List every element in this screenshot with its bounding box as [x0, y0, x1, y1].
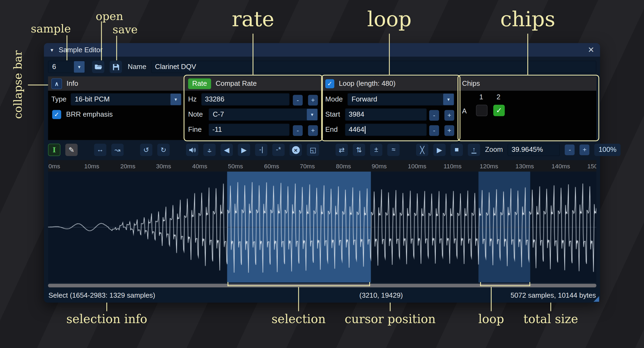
- normalize-button[interactable]: ↔↕: [203, 144, 216, 156]
- hz-label: Hz: [188, 95, 197, 103]
- select-tool-button[interactable]: I: [48, 144, 61, 156]
- save-icon: [112, 63, 119, 70]
- undo-button[interactable]: ↺: [140, 144, 152, 156]
- annotation-rate: rate: [232, 7, 274, 31]
- loop-mode-select[interactable]: Forward ▼: [348, 93, 454, 106]
- chevron-down-icon[interactable]: ▼: [171, 94, 181, 105]
- hz-plus-button[interactable]: +: [308, 95, 318, 105]
- window-collapse-icon[interactable]: ▼: [50, 47, 54, 52]
- time-ruler: 0ms 10ms 20ms 30ms 40ms 50ms 60ms 70ms 8…: [48, 160, 596, 172]
- trim-button[interactable]: ◱: [307, 144, 319, 156]
- resize-icon: ↔: [97, 146, 104, 154]
- loop-start-minus-button[interactable]: -: [429, 110, 439, 121]
- play-button[interactable]: ▶: [433, 144, 446, 156]
- note-label: Note: [188, 110, 203, 119]
- resample-icon: ↝: [115, 146, 120, 154]
- annotation-total-size: total size: [524, 312, 578, 326]
- annotation-selection-info: selection info: [66, 312, 147, 326]
- pencil-icon: ✎: [68, 146, 74, 154]
- zoom-in-button[interactable]: +: [580, 145, 589, 155]
- chips-section: Chips 1 2 A ✓: [459, 76, 596, 140]
- sample-number-select[interactable]: 6 ▼: [48, 61, 85, 73]
- note-value: C-7: [209, 110, 307, 119]
- zoom-reset-button[interactable]: 100%: [594, 144, 620, 156]
- rate-badge[interactable]: Rate: [188, 78, 211, 89]
- sign-button[interactable]: ±: [370, 144, 383, 156]
- invert-button[interactable]: ⇅: [353, 144, 365, 156]
- ruler-label: 70ms: [300, 163, 315, 170]
- draw-tool-button[interactable]: ✎: [65, 144, 78, 156]
- fade-out-button[interactable]: ▶: [238, 144, 250, 156]
- plus-minus-icon: ±: [374, 146, 378, 154]
- chip-a1-checkbox[interactable]: [476, 105, 487, 116]
- annotation-loop-marker: loop: [478, 312, 504, 326]
- fine-plus-button[interactable]: +: [308, 125, 318, 136]
- text-caret: [365, 126, 365, 134]
- fine-label: Fine: [188, 126, 202, 134]
- waveform-display[interactable]: [48, 172, 596, 283]
- horizontal-scrollbar[interactable]: [48, 284, 596, 287]
- title-bar[interactable]: ▼ Sample Editor ✕: [44, 43, 600, 57]
- insert-silence-button[interactable]: -|: [255, 144, 267, 156]
- invert-icon: ⇅: [356, 146, 362, 154]
- filter-icon: ≈: [391, 146, 395, 154]
- loop-end-plus-button[interactable]: +: [444, 125, 454, 136]
- sample-number-value: 6: [48, 63, 74, 71]
- chevron-down-icon[interactable]: ▼: [443, 94, 454, 105]
- stop-button[interactable]: ■: [450, 144, 463, 156]
- stop-icon: ■: [455, 146, 459, 154]
- status-bar: Select (1654-2983: 1329 samples) (3210, …: [44, 288, 600, 303]
- loop-end-label: End: [325, 126, 338, 134]
- reverse-button[interactable]: ⇄: [336, 144, 348, 156]
- fine-minus-button[interactable]: -: [293, 125, 303, 136]
- upload-button[interactable]: ↑: [468, 144, 480, 156]
- loop-end-input[interactable]: 4464: [345, 124, 427, 136]
- annotation-collapse-bar: collapse bar: [11, 53, 24, 119]
- save-button[interactable]: [110, 61, 122, 73]
- play-icon: ▶: [437, 146, 442, 154]
- loop-start-plus-button[interactable]: +: [444, 110, 454, 121]
- loop-section: ✓ Loop (length: 480) Mode Forward ▼ Star…: [322, 76, 459, 140]
- brr-emphasis-checkbox[interactable]: ✓: [52, 110, 61, 119]
- loop-enable-checkbox[interactable]: ✓: [325, 79, 334, 88]
- chevron-down-icon[interactable]: ▼: [307, 109, 317, 120]
- amplify-button[interactable]: [186, 144, 198, 156]
- loop-end-minus-button[interactable]: -: [429, 125, 439, 136]
- loop-section-title: Loop (length: 480): [339, 80, 395, 88]
- annotation-selection: selection: [272, 312, 326, 326]
- chips-section-title: Chips: [462, 80, 480, 88]
- sample-type-select[interactable]: 16-bit PCM ▼: [71, 93, 182, 106]
- resize-button[interactable]: ↔: [94, 144, 106, 156]
- ruler-label: 60ms: [264, 163, 279, 170]
- collapse-info-button[interactable]: ∧: [51, 78, 62, 89]
- close-icon[interactable]: ✕: [588, 45, 594, 55]
- name-input[interactable]: Clarinet DQV: [151, 61, 596, 73]
- apply-silence-button[interactable]: -*: [272, 144, 285, 156]
- note-select[interactable]: C-7 ▼: [209, 109, 318, 121]
- filter-button[interactable]: ≈: [387, 144, 400, 156]
- chevron-down-icon[interactable]: ▼: [74, 61, 84, 73]
- ruler-label: 90ms: [372, 163, 387, 170]
- zoom-out-button[interactable]: -: [565, 145, 575, 155]
- undo-icon: ↺: [143, 146, 149, 154]
- fade-in-button[interactable]: ◀: [221, 144, 233, 156]
- brr-emphasis-label: BRR emphasis: [66, 110, 113, 119]
- zoom-label: Zoom: [485, 146, 503, 154]
- chip-a2-checkbox[interactable]: ✓: [493, 105, 505, 116]
- open-button[interactable]: [92, 61, 104, 73]
- fine-input[interactable]: -11: [209, 124, 290, 136]
- hz-minus-button[interactable]: -: [293, 95, 303, 105]
- ruler-label: 110ms: [444, 163, 462, 170]
- screenshot-stage: ▼ Sample Editor ✕ 6 ▼: [0, 0, 644, 348]
- resample-button[interactable]: ↝: [111, 144, 124, 156]
- mode-label: Mode: [325, 95, 343, 103]
- zoom-input[interactable]: 39.9645%: [508, 144, 560, 156]
- ruler-label: 140ms: [552, 163, 570, 170]
- hz-input[interactable]: 33286: [201, 93, 289, 106]
- redo-button[interactable]: ↻: [157, 144, 170, 156]
- loop-start-input[interactable]: 3984: [345, 109, 427, 121]
- redo-icon: ↻: [161, 146, 166, 154]
- rate-section-title: Compat Rate: [215, 80, 257, 88]
- crossfade-button[interactable]: ╳: [416, 144, 429, 156]
- delete-button[interactable]: ×: [290, 144, 302, 156]
